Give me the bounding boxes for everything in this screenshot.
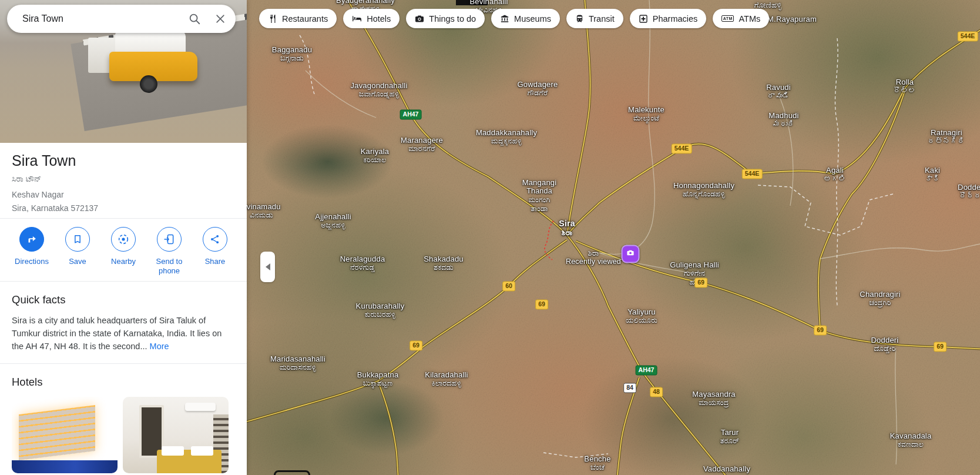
map-place-label[interactable]: Bencheಬೆಂಚೆ: [584, 454, 610, 472]
map-place-label[interactable]: Maddakkanahallyಮದ್ದಕ್ಕನಹಳ್ಳಿ: [476, 128, 537, 146]
transit-icon: [575, 14, 584, 23]
map-place-label[interactable]: Mayasandraಮಾಯಸಂದ್ರ: [692, 390, 736, 407]
search-button[interactable]: [182, 6, 207, 32]
map-place-label[interactable]: Bukkapatnaಬುಕ್ಕಾಪಟ್ಟಣ: [357, 370, 399, 388]
chip-hotels[interactable]: Hotels: [343, 9, 400, 28]
map-place-label[interactable]: Tarurತರೂರ್: [720, 428, 739, 446]
museum-icon: [500, 14, 509, 24]
route-badge-48: 48: [650, 387, 663, 397]
route-badge-544e: 544E: [742, 169, 763, 179]
share-button[interactable]: Share: [193, 227, 237, 275]
map-canvas[interactable]: Byadgeranahallyದ್ಯಾಗೇರಹಳ್ಳಿBevinahalliಬೇ…: [247, 0, 980, 475]
directions-icon: [19, 227, 44, 252]
route-badge-ah47: AH47: [636, 365, 657, 375]
more-link[interactable]: More: [150, 342, 169, 351]
map-place-label[interactable]: Rollaరొల్ల: [894, 78, 916, 95]
chip-label: Hotels: [367, 14, 391, 24]
chip-label: Restaurants: [282, 14, 328, 24]
route-badge-69: 69: [814, 325, 827, 335]
chip-label: ATMs: [739, 14, 760, 24]
map-place-label[interactable]: Siraಶಿರಾ: [559, 219, 575, 237]
place-address-line1: Keshav Nagar: [12, 190, 235, 199]
chip-label: Things to do: [429, 14, 476, 24]
quick-facts-text: Sira is a city and taluk headquarters of…: [12, 315, 235, 353]
chevron-left-icon: [266, 263, 270, 270]
map-place-label[interactable]: Neralaguddaನೆರಳಗುಡ್ಡ: [340, 255, 385, 272]
map-place-label[interactable]: Kilaradahalliಕಿಲಾರದಹಳ್ಳಿ: [425, 370, 468, 388]
map-place-label[interactable]: MangangiThandaಮಂಗಂಗಿತಾಂಡಾ: [522, 178, 557, 213]
map-place-label[interactable]: Vaddanahally: [703, 464, 750, 473]
save-button[interactable]: Save: [55, 227, 100, 275]
map-place-label[interactable]: Dodderiದೊಡ್ಡೇರಿ: [871, 336, 899, 353]
map-place-label[interactable]: avinamaduವಿನಮಡು: [247, 202, 281, 220]
pharmacy-icon: [639, 14, 648, 24]
place-address-line2: Sira, Karnataka 572137: [12, 203, 235, 213]
route-badge-544e: 544E: [958, 31, 978, 41]
map-place-label[interactable]: Madhudiమధుది: [768, 111, 798, 129]
hotel-photo-night-building[interactable]: [12, 397, 118, 473]
action-label: Send to phone: [148, 257, 190, 275]
route-badge-ah47: AH47: [400, 109, 422, 119]
map-place-label[interactable]: Malekunteಮೇಲ್ಕುಂಟೆ: [628, 105, 664, 123]
route-badge-84: 84: [623, 383, 636, 393]
route-badge-69: 69: [934, 342, 947, 352]
search-input[interactable]: [21, 13, 182, 25]
map-place-label[interactable]: M.Rayapuram: [767, 15, 817, 24]
bookmark-icon: [65, 227, 90, 252]
send-to-phone-icon: [157, 227, 182, 252]
map-place-label[interactable]: Kurubarahallyಕುರುಬರಹಳ್ಳಿ: [356, 302, 405, 319]
atm-icon: ATM: [721, 15, 734, 22]
chip-restaurants[interactable]: Restaurants: [259, 9, 337, 28]
search-icon: [188, 12, 201, 25]
map-place-label[interactable]: Honnagondahallyಹೊನ್ನಗೊಂಡಹಳ್ಳಿ: [673, 181, 734, 199]
chip-things-to-do[interactable]: Things to do: [406, 9, 485, 28]
map-place-label[interactable]: Yaliyuruಯಲಿಯೂರು: [626, 307, 657, 325]
directions-button[interactable]: Directions: [9, 227, 54, 275]
map-place-label[interactable]: Bagganaduಬಗ್ಗನಾಡು: [272, 45, 312, 63]
search-box: [7, 5, 236, 33]
map-place-label[interactable]: Maranagereಮಾರನಗೆರೆ: [401, 136, 443, 153]
nearby-button[interactable]: Nearby: [101, 227, 146, 275]
map-place-label[interactable]: Ravudiరావుడి: [766, 83, 791, 101]
map-place-label[interactable]: Gowdagereಗೌಡಗೆರೆ: [517, 80, 558, 98]
map-category-chips: RestaurantsHotelsThings to doMuseumsTran…: [259, 9, 769, 28]
chip-atms[interactable]: ATMATMs: [713, 9, 769, 28]
chip-label: Pharmacies: [653, 14, 698, 24]
action-buttons-row: DirectionsSaveNearbySend to phoneShare: [0, 219, 247, 281]
map-place-label[interactable]: Ratnagiriరత్నగిరి: [928, 128, 965, 146]
map-place-label[interactable]: ಶಿರಾRecently viewed: [566, 249, 621, 266]
hotel-photos-row: [12, 397, 235, 473]
hotel-photo-room[interactable]: [123, 397, 229, 473]
map-place-label[interactable]: Dodderదొద్ద: [958, 183, 980, 200]
map-place-label[interactable]: Shakadaduಶಕದಡು: [424, 255, 464, 272]
clear-search-button[interactable]: [207, 6, 233, 32]
send-to-phone-button[interactable]: Send to phone: [147, 227, 192, 275]
map-place-label[interactable]: Kavanadalaಕವಣದಾಲ: [890, 431, 932, 449]
map-place-label[interactable]: Javagondnahalliಜವಾಗೊಂಡ್ನಹಳ್ಳಿ: [351, 81, 408, 99]
quick-facts-heading: Quick facts: [12, 293, 235, 306]
chip-label: Transit: [589, 14, 615, 24]
map-place-label[interactable]: Chandragiriಚಂದ್ರಗಿರಿ: [860, 290, 900, 307]
chip-museums[interactable]: Museums: [491, 9, 560, 28]
map-place-label[interactable]: Kakiకాకి: [925, 166, 940, 183]
route-badge-69: 69: [410, 340, 422, 350]
hotels-icon: [352, 14, 362, 24]
map-place-label[interactable]: Maridasanahalliಮರಿದಾಸನಹಳ್ಳಿ: [270, 354, 325, 372]
chip-transit[interactable]: Transit: [566, 9, 623, 28]
google-maps-app: Byadgeranahallyದ್ಯಾಗೇರಹಳ್ಳಿBevinahalliಬೇ…: [0, 0, 980, 475]
chip-pharmacies[interactable]: Pharmacies: [630, 9, 707, 28]
map-roads: [247, 0, 980, 475]
route-badge-69: 69: [535, 299, 548, 309]
map-place-label[interactable]: Agaliఅగలి: [824, 166, 846, 183]
collapse-side-panel-button[interactable]: [260, 252, 275, 282]
route-badge-60: 60: [502, 281, 515, 291]
map-place-label[interactable]: Kariyalaಕರಿಯಾಲ: [361, 147, 390, 165]
action-label: Nearby: [111, 257, 136, 266]
place-details-panel: Sira Town ಸಿರಾ ಟೌನ್ Keshav Nagar Sira, K…: [0, 0, 247, 475]
restaurants-icon: [268, 14, 277, 24]
map-scale-control: [274, 470, 310, 475]
share-icon: [203, 227, 227, 252]
recently-viewed-photo-marker[interactable]: [622, 245, 640, 263]
map-place-label[interactable]: Ajjenahalliಅಜ್ಜನಹಳ್ಳಿ: [315, 212, 351, 230]
route-badge-544e: 544E: [672, 143, 692, 153]
